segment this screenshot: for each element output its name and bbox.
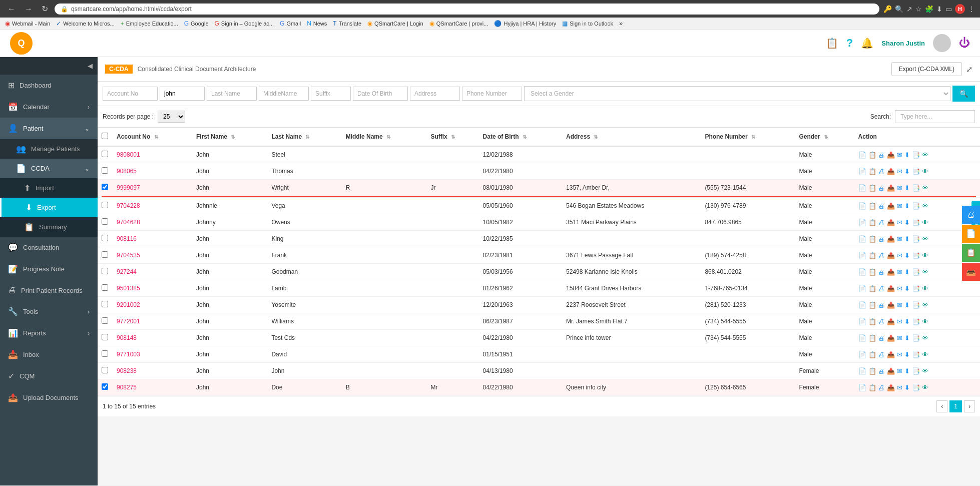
sidebar-item-upload-documents[interactable]: 📤 Upload Documents xyxy=(0,387,98,408)
history-row-icon[interactable]: 📑 xyxy=(912,252,920,259)
email-row-icon[interactable]: ✉ xyxy=(897,384,902,391)
print-row-icon[interactable]: 🖨 xyxy=(878,184,885,192)
view-icon[interactable]: 📋 xyxy=(868,285,876,292)
download-row-icon[interactable]: ⬇ xyxy=(904,301,910,309)
sidebar-item-export[interactable]: ⬇ Export xyxy=(0,198,98,217)
eye-row-icon[interactable]: 👁 xyxy=(922,367,928,375)
email-row-icon[interactable]: ✉ xyxy=(897,202,902,210)
sidebar-collapse-btn[interactable]: ◀ xyxy=(0,57,98,75)
account-no-cell[interactable]: 9704228 xyxy=(113,198,192,214)
share-row-icon[interactable]: 📤 xyxy=(887,268,895,276)
file-icon[interactable]: 📄 xyxy=(858,367,866,375)
file-icon[interactable]: 📄 xyxy=(858,318,866,325)
sidebar-item-tools[interactable]: 🔧 Tools › xyxy=(0,301,98,322)
sidebar-item-inbox[interactable]: 📥 Inbox xyxy=(0,344,98,365)
file-icon[interactable]: 📄 xyxy=(858,268,866,276)
print-row-icon[interactable]: 🖨 xyxy=(878,318,885,325)
puzzle-icon[interactable]: 🧩 xyxy=(925,5,933,13)
select-all-checkbox[interactable] xyxy=(102,133,108,139)
print-row-icon[interactable]: 🖨 xyxy=(878,351,885,358)
bookmark-hyjiya[interactable]: 🔵 Hyjiya | HRA | History xyxy=(494,20,556,27)
eye-row-icon[interactable]: 👁 xyxy=(922,268,928,276)
sidebar-item-calendar[interactable]: 📅 Calendar › xyxy=(0,96,98,118)
email-row-icon[interactable]: ✉ xyxy=(897,252,902,259)
clipboard-icon[interactable]: 📋 xyxy=(826,37,838,49)
email-row-icon[interactable]: ✉ xyxy=(897,285,902,292)
file-icon[interactable]: 📄 xyxy=(858,168,866,175)
eye-row-icon[interactable]: 👁 xyxy=(922,351,928,358)
email-row-icon[interactable]: ✉ xyxy=(897,168,902,175)
account-no-cell[interactable]: 908065 xyxy=(113,163,192,180)
username-label[interactable]: Sharon Justin xyxy=(881,40,925,47)
share-row-icon[interactable]: 📤 xyxy=(887,318,895,325)
history-row-icon[interactable]: 📑 xyxy=(912,219,920,226)
bookmark-news[interactable]: N News xyxy=(307,20,327,27)
download-row-icon[interactable]: ⬇ xyxy=(904,318,910,325)
share-row-icon[interactable]: 📤 xyxy=(887,219,895,226)
search-button[interactable]: 🔍 xyxy=(952,86,975,102)
print-row-icon[interactable]: 🖨 xyxy=(878,301,885,309)
view-icon[interactable]: 📋 xyxy=(868,219,876,226)
row-checkbox-1[interactable] xyxy=(102,167,108,174)
next-page-button[interactable]: › xyxy=(964,400,975,412)
star-icon[interactable]: ☆ xyxy=(915,5,922,13)
print-row-icon[interactable]: 🖨 xyxy=(878,252,885,259)
account-no-cell[interactable]: 9501385 xyxy=(113,280,192,297)
address-input[interactable] xyxy=(410,87,460,101)
bookmark-gmail[interactable]: G Gmail xyxy=(280,20,301,27)
sort-phone-icon[interactable]: ⇅ xyxy=(751,134,755,140)
file-icon[interactable]: 📄 xyxy=(858,285,866,292)
download-row-icon[interactable]: ⬇ xyxy=(904,285,910,292)
share-row-icon[interactable]: 📤 xyxy=(887,285,895,292)
bookmark-signin[interactable]: G Sign in – Google ac... xyxy=(215,20,274,27)
account-no-cell[interactable]: 9201002 xyxy=(113,297,192,313)
notification-icon[interactable]: 🔔 xyxy=(861,37,873,49)
view-icon[interactable]: 📋 xyxy=(868,235,876,243)
eye-row-icon[interactable]: 👁 xyxy=(922,151,928,159)
email-row-icon[interactable]: ✉ xyxy=(897,151,902,159)
view-icon[interactable]: 📋 xyxy=(868,268,876,276)
email-row-icon[interactable]: ✉ xyxy=(897,219,902,226)
reload-button[interactable]: ↻ xyxy=(39,3,51,15)
email-row-icon[interactable]: ✉ xyxy=(897,367,902,375)
eye-row-icon[interactable]: 👁 xyxy=(922,235,928,243)
sort-middle-name-icon[interactable]: ⇅ xyxy=(386,134,390,140)
sidebar-item-import[interactable]: ⬆ Import xyxy=(0,178,98,198)
file-icon[interactable]: 📄 xyxy=(858,252,866,259)
file-icon[interactable]: 📄 xyxy=(858,151,866,159)
share-row-icon[interactable]: 📤 xyxy=(887,351,895,358)
file-icon[interactable]: 📄 xyxy=(858,351,866,358)
back-button[interactable]: ← xyxy=(5,4,18,15)
file-icon[interactable]: 📄 xyxy=(858,235,866,243)
email-row-icon[interactable]: ✉ xyxy=(897,184,902,192)
view-icon[interactable]: 📋 xyxy=(868,318,876,325)
print-row-icon[interactable]: 🖨 xyxy=(878,334,885,342)
expand-icon[interactable]: ⤢ xyxy=(966,65,972,74)
account-no-cell[interactable]: 908148 xyxy=(113,330,192,346)
sort-account-no-icon[interactable]: ⇅ xyxy=(154,134,158,140)
view-icon[interactable]: 📋 xyxy=(868,301,876,309)
account-no-cell[interactable]: 908116 xyxy=(113,231,192,247)
float-pdf-button[interactable]: 📥 xyxy=(962,263,980,281)
print-row-icon[interactable]: 🖨 xyxy=(878,202,885,210)
view-icon[interactable]: 📋 xyxy=(868,184,876,192)
sort-first-name-icon[interactable]: ⇅ xyxy=(231,134,235,140)
eye-row-icon[interactable]: 👁 xyxy=(922,184,928,192)
row-checkbox-0[interactable] xyxy=(102,151,108,157)
share-icon[interactable]: ↗ xyxy=(906,5,912,13)
account-no-cell[interactable]: 9808001 xyxy=(113,146,192,163)
eye-row-icon[interactable]: 👁 xyxy=(922,252,928,259)
export-ccda-button[interactable]: Export (C-CDA XML) xyxy=(891,62,962,76)
sort-dob-icon[interactable]: ⇅ xyxy=(523,134,527,140)
view-icon[interactable]: 📋 xyxy=(868,168,876,175)
share-row-icon[interactable]: 📤 xyxy=(887,367,895,375)
account-no-cell[interactable]: 908275 xyxy=(113,379,192,396)
sort-last-name-icon[interactable]: ⇅ xyxy=(305,134,309,140)
row-checkbox-9[interactable] xyxy=(102,301,108,307)
share-row-icon[interactable]: 📤 xyxy=(887,252,895,259)
page-1-button[interactable]: 1 xyxy=(949,400,962,412)
file-icon[interactable]: 📄 xyxy=(858,184,866,192)
history-row-icon[interactable]: 📑 xyxy=(912,351,920,358)
menu-icon[interactable]: ⋮ xyxy=(968,5,975,13)
email-row-icon[interactable]: ✉ xyxy=(897,351,902,358)
